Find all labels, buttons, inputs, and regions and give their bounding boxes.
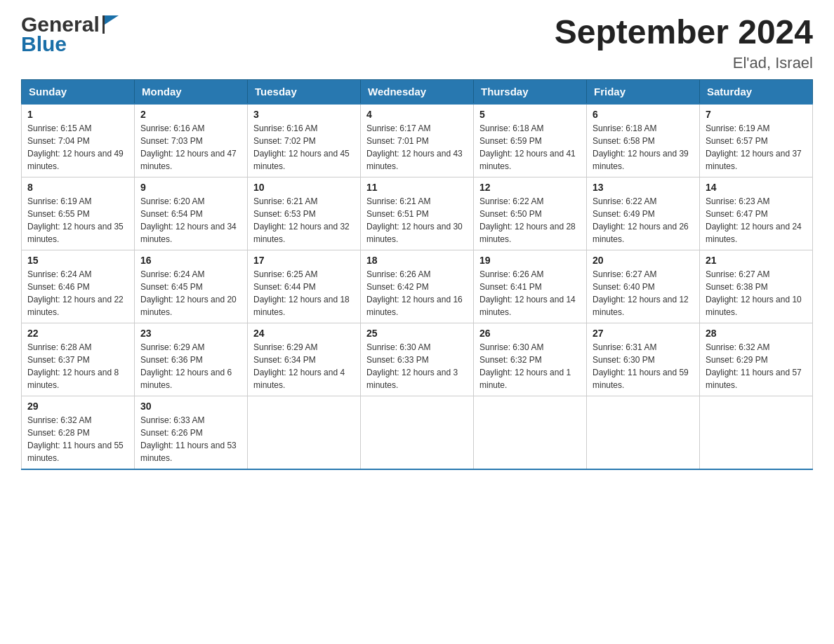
day-number: 13 [593,182,694,193]
table-row: 10 Sunrise: 6:21 AMSunset: 6:53 PMDaylig… [248,177,361,250]
day-number: 29 [27,401,128,412]
day-number: 21 [706,255,807,266]
table-row: 28 Sunrise: 6:32 AMSunset: 6:29 PMDaylig… [700,323,813,396]
day-info: Sunrise: 6:21 AMSunset: 6:53 PMDaylight:… [253,195,355,246]
day-number: 30 [140,401,241,412]
day-number: 8 [27,182,128,193]
col-saturday: Saturday [700,79,813,104]
day-info: Sunrise: 6:27 AMSunset: 6:40 PMDaylight:… [593,268,694,318]
col-wednesday: Wednesday [361,79,474,104]
day-number: 11 [366,182,468,193]
col-monday: Monday [135,79,248,104]
day-info: Sunrise: 6:32 AMSunset: 6:28 PMDaylight:… [27,414,128,464]
day-number: 17 [253,255,355,266]
page-header: General Blue September 2024 El'ad, Israe… [21,14,813,72]
logo: General Blue [21,14,122,56]
day-info: Sunrise: 6:25 AMSunset: 6:44 PMDaylight:… [253,268,355,318]
day-info: Sunrise: 6:30 AMSunset: 6:33 PMDaylight:… [366,341,468,391]
calendar-week-row: 22 Sunrise: 6:28 AMSunset: 6:37 PMDaylig… [22,323,813,396]
table-row: 13 Sunrise: 6:22 AMSunset: 6:49 PMDaylig… [587,177,700,250]
day-info: Sunrise: 6:19 AMSunset: 6:57 PMDaylight:… [706,122,807,173]
day-number: 3 [253,109,355,120]
day-number: 7 [706,109,807,120]
table-row: 14 Sunrise: 6:23 AMSunset: 6:47 PMDaylig… [700,177,813,250]
table-row: 3 Sunrise: 6:16 AMSunset: 7:02 PMDayligh… [248,104,361,177]
col-sunday: Sunday [22,79,135,104]
table-row: 2 Sunrise: 6:16 AMSunset: 7:03 PMDayligh… [135,104,248,177]
table-row: 12 Sunrise: 6:22 AMSunset: 6:50 PMDaylig… [474,177,587,250]
calendar-week-row: 29 Sunrise: 6:32 AMSunset: 6:28 PMDaylig… [22,396,813,469]
day-info: Sunrise: 6:16 AMSunset: 7:03 PMDaylight:… [140,122,241,173]
day-number: 15 [27,255,128,266]
calendar-table: Sunday Monday Tuesday Wednesday Thursday… [21,79,813,470]
table-row: 6 Sunrise: 6:18 AMSunset: 6:58 PMDayligh… [587,104,700,177]
calendar-location: El'ad, Israel [555,54,813,72]
table-row: 19 Sunrise: 6:26 AMSunset: 6:41 PMDaylig… [474,250,587,323]
day-number: 10 [253,182,355,193]
table-row: 22 Sunrise: 6:28 AMSunset: 6:37 PMDaylig… [22,323,135,396]
table-row: 25 Sunrise: 6:30 AMSunset: 6:33 PMDaylig… [361,323,474,396]
day-info: Sunrise: 6:21 AMSunset: 6:51 PMDaylight:… [366,195,468,246]
day-number: 24 [253,328,355,339]
col-friday: Friday [587,79,700,104]
table-row: 5 Sunrise: 6:18 AMSunset: 6:59 PMDayligh… [474,104,587,177]
day-info: Sunrise: 6:32 AMSunset: 6:29 PMDaylight:… [706,341,807,391]
table-row: 18 Sunrise: 6:26 AMSunset: 6:42 PMDaylig… [361,250,474,323]
day-info: Sunrise: 6:26 AMSunset: 6:42 PMDaylight:… [366,268,468,318]
day-info: Sunrise: 6:18 AMSunset: 6:58 PMDaylight:… [593,122,694,173]
table-row: 11 Sunrise: 6:21 AMSunset: 6:51 PMDaylig… [361,177,474,250]
day-info: Sunrise: 6:16 AMSunset: 7:02 PMDaylight:… [253,122,355,173]
day-info: Sunrise: 6:30 AMSunset: 6:32 PMDaylight:… [479,341,581,391]
day-number: 12 [479,182,581,193]
day-number: 26 [479,328,581,339]
day-number: 2 [140,109,241,120]
table-row: 21 Sunrise: 6:27 AMSunset: 6:38 PMDaylig… [700,250,813,323]
day-number: 14 [706,182,807,193]
day-info: Sunrise: 6:18 AMSunset: 6:59 PMDaylight:… [479,122,581,173]
table-row: 4 Sunrise: 6:17 AMSunset: 7:01 PMDayligh… [361,104,474,177]
day-number: 20 [593,255,694,266]
col-tuesday: Tuesday [248,79,361,104]
day-number: 25 [366,328,468,339]
day-number: 6 [593,109,694,120]
table-row: 24 Sunrise: 6:29 AMSunset: 6:34 PMDaylig… [248,323,361,396]
table-row: 27 Sunrise: 6:31 AMSunset: 6:30 PMDaylig… [587,323,700,396]
day-info: Sunrise: 6:20 AMSunset: 6:54 PMDaylight:… [140,195,241,246]
day-number: 28 [706,328,807,339]
title-block: September 2024 El'ad, Israel [555,14,813,72]
day-info: Sunrise: 6:24 AMSunset: 6:46 PMDaylight:… [27,268,128,318]
table-row [248,396,361,469]
day-info: Sunrise: 6:19 AMSunset: 6:55 PMDaylight:… [27,195,128,246]
calendar-week-row: 15 Sunrise: 6:24 AMSunset: 6:46 PMDaylig… [22,250,813,323]
table-row: 8 Sunrise: 6:19 AMSunset: 6:55 PMDayligh… [22,177,135,250]
day-number: 5 [479,109,581,120]
table-row: 1 Sunrise: 6:15 AMSunset: 7:04 PMDayligh… [22,104,135,177]
day-number: 9 [140,182,241,193]
day-number: 27 [593,328,694,339]
day-info: Sunrise: 6:15 AMSunset: 7:04 PMDaylight:… [27,122,128,173]
calendar-header-row: Sunday Monday Tuesday Wednesday Thursday… [22,79,813,104]
day-number: 18 [366,255,468,266]
day-info: Sunrise: 6:31 AMSunset: 6:30 PMDaylight:… [593,341,694,391]
day-info: Sunrise: 6:17 AMSunset: 7:01 PMDaylight:… [366,122,468,173]
day-number: 23 [140,328,241,339]
day-number: 19 [479,255,581,266]
calendar-week-row: 8 Sunrise: 6:19 AMSunset: 6:55 PMDayligh… [22,177,813,250]
day-number: 22 [27,328,128,339]
table-row [474,396,587,469]
day-info: Sunrise: 6:26 AMSunset: 6:41 PMDaylight:… [479,268,581,318]
table-row: 16 Sunrise: 6:24 AMSunset: 6:45 PMDaylig… [135,250,248,323]
day-info: Sunrise: 6:27 AMSunset: 6:38 PMDaylight:… [706,268,807,318]
day-info: Sunrise: 6:29 AMSunset: 6:34 PMDaylight:… [253,341,355,391]
logo-blue-text: Blue [21,32,67,56]
day-number: 16 [140,255,241,266]
logo-flag-icon [102,15,122,34]
table-row: 23 Sunrise: 6:29 AMSunset: 6:36 PMDaylig… [135,323,248,396]
day-number: 1 [27,109,128,120]
day-info: Sunrise: 6:33 AMSunset: 6:26 PMDaylight:… [140,414,241,464]
day-number: 4 [366,109,468,120]
table-row: 26 Sunrise: 6:30 AMSunset: 6:32 PMDaylig… [474,323,587,396]
day-info: Sunrise: 6:24 AMSunset: 6:45 PMDaylight:… [140,268,241,318]
day-info: Sunrise: 6:22 AMSunset: 6:49 PMDaylight:… [593,195,694,246]
table-row: 7 Sunrise: 6:19 AMSunset: 6:57 PMDayligh… [700,104,813,177]
